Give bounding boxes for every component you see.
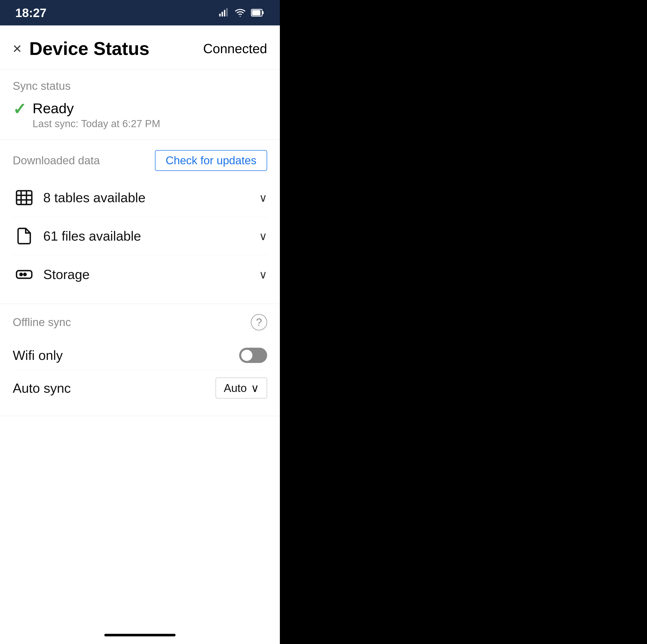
auto-sync-select[interactable]: Auto ∨ bbox=[215, 378, 267, 399]
wifi-only-toggle[interactable] bbox=[239, 348, 267, 363]
close-button[interactable]: × bbox=[13, 41, 22, 56]
tables-label: 8 tables available bbox=[43, 190, 259, 205]
downloaded-data-label: Downloaded data bbox=[13, 154, 100, 167]
svg-rect-7 bbox=[252, 10, 261, 15]
checkmark-icon: ✓ bbox=[13, 101, 26, 117]
files-chevron-icon: ∨ bbox=[259, 230, 267, 243]
connection-status: Connected bbox=[203, 41, 267, 56]
svg-point-4 bbox=[240, 16, 241, 17]
auto-sync-label: Auto sync bbox=[13, 381, 71, 396]
check-updates-button[interactable]: Check for updates bbox=[155, 150, 267, 171]
wifi-icon bbox=[234, 7, 246, 18]
svg-rect-3 bbox=[226, 8, 228, 16]
auto-sync-row: Auto sync Auto ∨ bbox=[13, 370, 267, 406]
wifi-only-row: Wifi only bbox=[13, 340, 267, 370]
battery-icon bbox=[251, 7, 265, 18]
sync-ready-text: Ready bbox=[32, 100, 160, 116]
svg-rect-6 bbox=[262, 11, 264, 14]
wifi-only-label: Wifi only bbox=[13, 348, 63, 363]
sync-status-section: Sync status ✓ Ready Last sync: Today at … bbox=[0, 69, 280, 140]
status-time: 18:27 bbox=[15, 6, 47, 20]
page-header: × Device Status Connected bbox=[0, 25, 280, 69]
black-background bbox=[280, 0, 647, 644]
svg-rect-8 bbox=[16, 191, 32, 205]
svg-rect-1 bbox=[222, 12, 223, 16]
svg-rect-0 bbox=[219, 14, 221, 16]
last-sync-text: Last sync: Today at 6:27 PM bbox=[32, 118, 160, 130]
storage-icon bbox=[13, 263, 35, 286]
svg-rect-2 bbox=[224, 10, 225, 16]
tables-row[interactable]: 8 tables available ∨ bbox=[13, 178, 267, 217]
offline-sync-section: Offline sync ? Wifi only Auto sync Auto … bbox=[0, 304, 280, 416]
home-indicator bbox=[104, 634, 175, 636]
status-icons bbox=[218, 7, 265, 18]
storage-row[interactable]: Storage ∨ bbox=[13, 255, 267, 294]
table-icon bbox=[13, 186, 35, 209]
svg-point-14 bbox=[20, 273, 22, 276]
files-label: 61 files available bbox=[43, 228, 259, 244]
tables-chevron-icon: ∨ bbox=[259, 191, 267, 204]
offline-sync-label: Offline sync bbox=[13, 316, 71, 329]
page-title: Device Status bbox=[29, 38, 203, 59]
file-icon bbox=[13, 225, 35, 247]
toggle-knob bbox=[241, 350, 253, 361]
signal-icon bbox=[218, 7, 229, 18]
storage-label: Storage bbox=[43, 267, 259, 282]
storage-chevron-icon: ∨ bbox=[259, 268, 267, 281]
help-icon[interactable]: ? bbox=[251, 314, 267, 330]
auto-sync-chevron-icon: ∨ bbox=[251, 382, 259, 395]
sync-status-label: Sync status bbox=[13, 80, 267, 92]
status-bar: 18:27 bbox=[0, 0, 280, 25]
main-content: Sync status ✓ Ready Last sync: Today at … bbox=[0, 69, 280, 644]
files-row[interactable]: 61 files available ∨ bbox=[13, 217, 267, 255]
auto-sync-value: Auto bbox=[224, 382, 247, 395]
svg-point-15 bbox=[24, 273, 26, 276]
sync-status-row: ✓ Ready Last sync: Today at 6:27 PM bbox=[13, 100, 267, 130]
downloaded-data-section: Downloaded data Check for updates 8 tabl… bbox=[0, 140, 280, 304]
